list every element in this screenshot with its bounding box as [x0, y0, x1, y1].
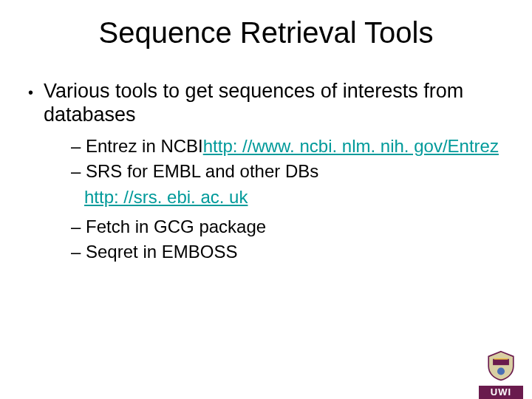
sub-item-srs: – SRS for EMBL and other DBs: [71, 160, 510, 183]
sub-item-seqret: – Seqret in EMBOSS: [71, 240, 510, 264]
sub-item-fetch: – Fetch in GCG package: [71, 215, 510, 239]
bullet-dot: •: [28, 83, 33, 101]
srs-text: – SRS for EMBL and other DBs: [71, 160, 318, 183]
uwi-logo: UWI ST. AUGUSTINE CAMPUS: [479, 350, 523, 399]
sub-item-entrez: – Entrez in NCBI http: //www. ncbi. nlm.…: [71, 134, 510, 158]
entrez-text: – Entrez in NCBI: [71, 134, 203, 158]
sublist: – Entrez in NCBI http: //www. ncbi. nlm.…: [28, 134, 510, 265]
bullet-main: • Various tools to get sequences of inte…: [28, 79, 510, 127]
svg-rect-0: [493, 359, 509, 365]
fetch-text: – Fetch in GCG package: [71, 215, 266, 239]
slide-body: • Various tools to get sequences of inte…: [0, 79, 532, 265]
sub-item-srs-link-row: http: //srs. ebi. ac. uk: [71, 185, 510, 209]
svg-point-1: [497, 368, 505, 375]
seqret-text: – Seqret in EMBOSS: [71, 240, 237, 264]
slide-title: Sequence Retrieval Tools: [0, 16, 532, 50]
slide: Sequence Retrieval Tools • Various tools…: [0, 16, 532, 399]
entrez-link[interactable]: http: //www. ncbi. nlm. nih. gov/Entrez: [203, 136, 499, 156]
srs-link[interactable]: http: //srs. ebi. ac. uk: [84, 185, 248, 209]
uwi-text: UWI: [479, 386, 523, 398]
crest-icon: [485, 350, 516, 381]
bullet-main-text: Various tools to get sequences of intere…: [44, 79, 510, 127]
